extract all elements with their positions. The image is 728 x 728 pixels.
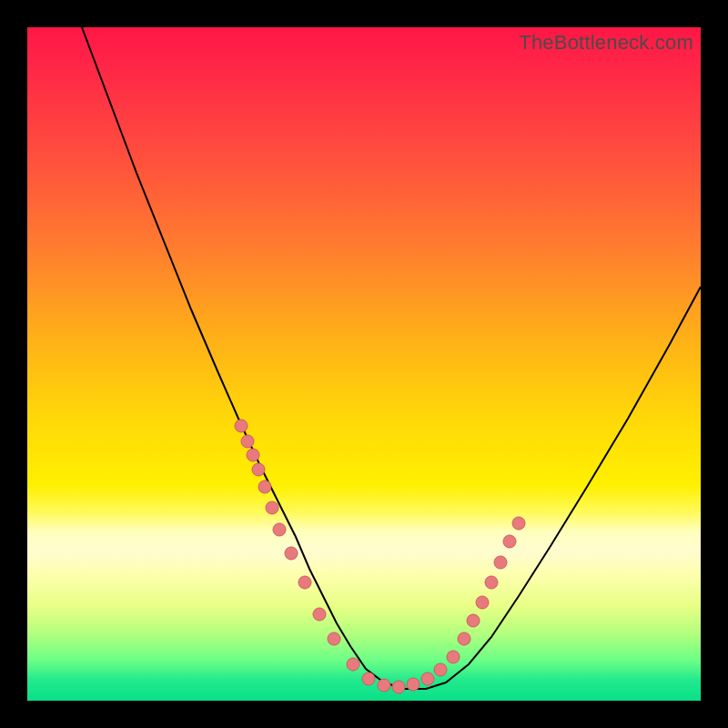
scatter-dot <box>273 523 286 536</box>
scatter-dot <box>447 651 460 663</box>
scatter-dot <box>434 663 447 676</box>
scatter-dot <box>241 435 254 448</box>
scatter-dot <box>407 678 420 691</box>
scatter-dot <box>485 576 498 589</box>
scatter-dot <box>252 463 265 476</box>
scatter-dots <box>235 420 525 693</box>
scatter-dot <box>235 420 248 432</box>
scatter-dot <box>494 556 507 569</box>
bottleneck-curve <box>82 27 701 689</box>
scatter-dot <box>503 535 516 548</box>
scatter-dot <box>476 596 489 609</box>
scatter-dot <box>467 614 480 627</box>
scatter-dot <box>392 681 405 693</box>
scatter-dot <box>512 517 525 530</box>
scatter-dot <box>298 576 311 589</box>
scatter-dot <box>421 672 434 685</box>
scatter-dot <box>328 632 340 645</box>
scatter-dot <box>458 632 470 645</box>
scatter-dot <box>362 672 375 685</box>
scatter-dot <box>313 608 326 621</box>
scatter-dot <box>266 501 278 514</box>
scatter-dot <box>285 547 298 560</box>
scatter-dot <box>247 449 259 461</box>
chart-svg <box>27 27 701 701</box>
scatter-dot <box>378 679 390 692</box>
plot-area: TheBottleneck.com <box>27 27 701 701</box>
chart-frame: TheBottleneck.com <box>0 0 728 728</box>
scatter-dot <box>258 480 271 493</box>
scatter-dot <box>347 658 359 671</box>
